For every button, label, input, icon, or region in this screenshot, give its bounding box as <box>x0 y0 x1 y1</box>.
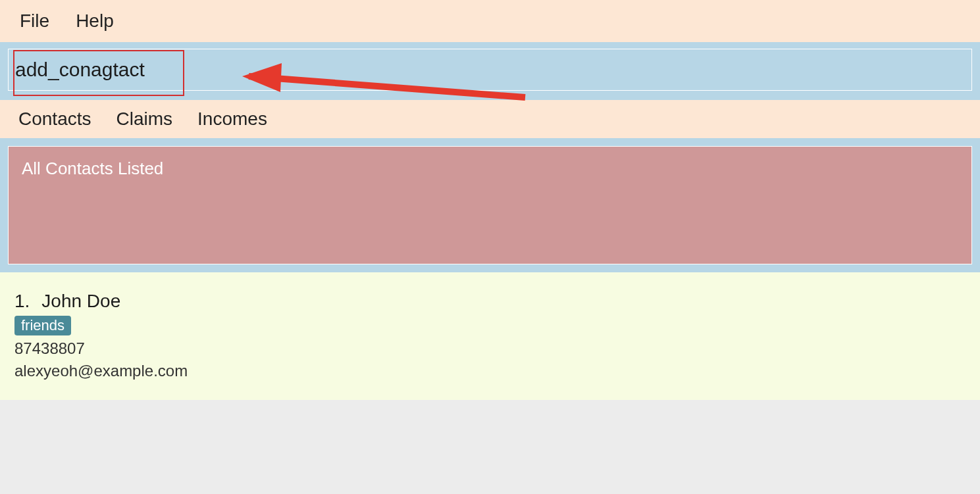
menu-help[interactable]: Help <box>76 11 114 32</box>
tabs-row: Contacts Claims Incomes <box>0 100 980 138</box>
status-strip: All Contacts Listed <box>0 138 980 272</box>
command-input[interactable] <box>9 49 971 90</box>
tab-incomes[interactable]: Incomes <box>197 109 267 130</box>
status-message: All Contacts Listed <box>22 159 958 179</box>
list-item[interactable]: 1. John Doe friends 87438807 alexyeoh@ex… <box>14 291 966 380</box>
contact-email: alexyeoh@example.com <box>14 362 966 380</box>
contact-name: John Doe <box>41 291 120 312</box>
status-panel: All Contacts Listed <box>8 146 972 264</box>
tab-claims[interactable]: Claims <box>116 109 173 130</box>
contact-header: 1. John Doe <box>14 291 966 312</box>
tab-contacts[interactable]: Contacts <box>18 109 91 130</box>
menubar: File Help <box>0 0 980 42</box>
contact-index: 1. <box>14 291 30 312</box>
command-input-wrapper <box>8 49 972 91</box>
menu-file[interactable]: File <box>20 11 49 32</box>
contacts-list: 1. John Doe friends 87438807 alexyeoh@ex… <box>0 272 980 400</box>
contact-phone: 87438807 <box>14 339 966 358</box>
tag-badge: friends <box>14 316 71 335</box>
command-strip <box>0 42 980 100</box>
